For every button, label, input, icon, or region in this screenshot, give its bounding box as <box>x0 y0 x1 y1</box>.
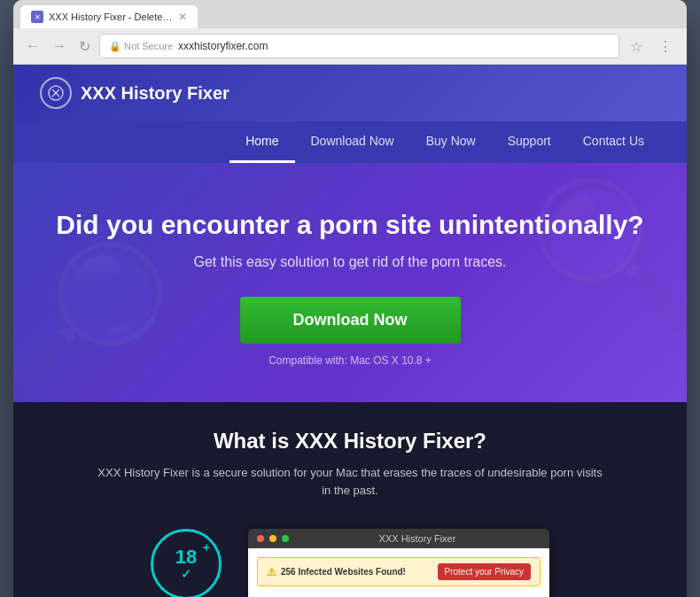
nav-links: Home Download Now Buy Now Support Contac… <box>229 121 660 163</box>
tab-title: XXX History Fixer - Delete tra... <box>49 12 173 22</box>
hero-section: 🔍 🔎 Did you encounter a porn site uninte… <box>13 163 687 402</box>
download-now-button[interactable]: Download Now <box>240 297 461 344</box>
security-indicator: 🔒 Not Secure <box>109 41 173 52</box>
reload-button[interactable]: ↻ <box>75 36 94 57</box>
browser-toolbar: ← → ↻ 🔒 Not Secure xxxhistoryfixer.com ☆… <box>13 28 687 65</box>
hero-title: Did you encounter a porn site unintentio… <box>40 207 660 242</box>
tab-favicon: ✕ <box>31 11 43 23</box>
app-body: ⚠ 256 Infected Websites Found! Protect y… <box>248 548 549 597</box>
app-screenshot: XXX History Fixer ⚠ 256 Infected Website… <box>248 529 549 597</box>
app-title: XXX History Fixer <box>379 533 456 544</box>
app-traffic-light-green[interactable] <box>282 535 289 542</box>
app-traffic-light-yellow[interactable] <box>269 535 276 542</box>
age-badge: 18 + ✓ <box>151 529 222 597</box>
what-description: XXX History Fixer is a secure solution f… <box>93 464 607 499</box>
menu-icon[interactable]: ⋮ <box>653 36 678 57</box>
app-traffic-light-red[interactable] <box>257 535 264 542</box>
protect-privacy-button[interactable]: Protect your Privacy <box>438 563 531 580</box>
address-bar[interactable]: 🔒 Not Secure xxxhistoryfixer.com <box>99 34 619 58</box>
back-button[interactable]: ← <box>22 36 43 56</box>
age-badge-text: 18 <box>175 547 197 567</box>
app-warning-text: ⚠ 256 Infected Websites Found! <box>267 566 406 578</box>
site-logo: XXX History Fixer <box>40 77 229 109</box>
what-title: What is XXX History Fixer? <box>40 429 660 454</box>
what-section: What is XXX History Fixer? XXX History F… <box>13 402 687 597</box>
nav-home[interactable]: Home <box>229 121 294 163</box>
nav-contact[interactable]: Contact Us <box>567 121 660 163</box>
warning-icon: ⚠ <box>267 566 276 578</box>
age-badge-checkmark: ✓ <box>181 567 191 581</box>
nav-download[interactable]: Download Now <box>295 121 410 163</box>
app-table-header: Website Visit Time Category <box>257 593 541 597</box>
browser-tab[interactable]: ✕ XXX History Fixer - Delete tra... ✕ <box>20 5 198 28</box>
logo-icon <box>40 77 72 109</box>
nav-support[interactable]: Support <box>492 121 567 163</box>
compatibility-text: Compatible with: Mac OS X 10.8 + <box>40 354 660 367</box>
tab-close-button[interactable]: ✕ <box>178 11 187 23</box>
site-navigation: Home Download Now Buy Now Support Contac… <box>13 121 687 163</box>
app-warning-bar: ⚠ 256 Infected Websites Found! Protect y… <box>257 557 541 586</box>
nav-buy[interactable]: Buy Now <box>410 121 492 163</box>
site-logo-text: XXX History Fixer <box>81 83 229 104</box>
age-badge-plus: + <box>203 540 210 554</box>
browser-window: ✕ XXX History Fixer - Delete tra... ✕ ← … <box>13 0 687 597</box>
website-content: XXX History Fixer Home Download Now Buy … <box>13 65 687 597</box>
security-text: Not Secure <box>124 41 173 51</box>
url-text: xxxhistoryfixer.com <box>178 40 268 52</box>
tab-bar: ✕ XXX History Fixer - Delete tra... ✕ <box>13 0 687 28</box>
app-titlebar: XXX History Fixer <box>248 529 549 548</box>
hero-subtitle: Get this easy solution to get rid of the… <box>40 254 660 270</box>
what-bottom-content: 18 + ✓ XXX History Fixer <box>40 520 660 597</box>
forward-button[interactable]: → <box>49 36 70 56</box>
site-header: XXX History Fixer <box>13 65 687 121</box>
bookmark-icon[interactable]: ☆ <box>625 36 648 57</box>
lock-icon: 🔒 <box>109 41 121 52</box>
